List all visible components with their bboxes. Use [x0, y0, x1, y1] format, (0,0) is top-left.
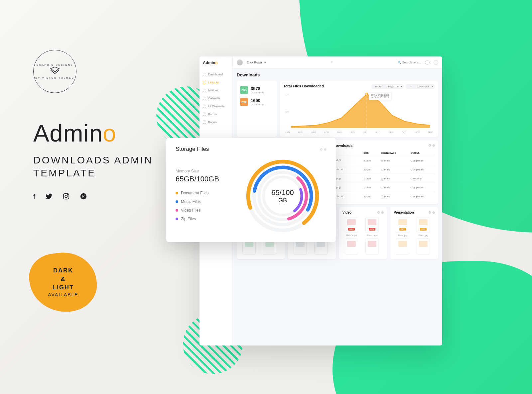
storage-ring-chart: 65/100 GB [239, 158, 327, 234]
nav-icon [203, 97, 206, 100]
sidebar-item-ui-elements[interactable]: UI Elements [200, 102, 232, 110]
gear-icon[interactable]: ⚙ ⊕ [428, 211, 435, 214]
legend-item: Zip Files [176, 215, 232, 223]
user-menu[interactable]: Erick Rowan ▾ [247, 61, 266, 64]
menu-toggle-icon[interactable]: ≡ [331, 60, 333, 64]
gear-icon[interactable]: ⚙ ⊕ [377, 211, 384, 214]
legend-item: Video Files [176, 206, 232, 215]
sidebar-item-forms[interactable]: Forms [200, 110, 232, 118]
twitter-icon[interactable] [45, 193, 53, 202]
pinterest-icon[interactable] [80, 193, 87, 202]
svg-point-7 [366, 93, 368, 95]
brand-logo: Admino [200, 56, 232, 69]
storage-files-card: Storage Files ⚙ ⊕ Memory Size 65GB/100GB… [166, 138, 336, 242]
legend-item: Music Files [176, 197, 232, 206]
svg-text:50K: 50K [285, 93, 289, 96]
nav-icon [203, 81, 206, 84]
nav-icon [203, 89, 206, 92]
file-item[interactable] [414, 239, 432, 256]
table-row[interactable]: Document .zip20MB62 FilesCompleted [320, 192, 435, 201]
notification-icon[interactable] [425, 60, 430, 65]
file-item[interactable]: MP4Files .mp4 [363, 217, 381, 237]
area-chart: 50K 20K [283, 89, 435, 129]
table-row[interactable]: Photo .jpeg1.5MB62 FilesCancelled [320, 174, 435, 183]
topbar: Erick Rowan ▾ ≡ 🔍 Search here... [233, 56, 442, 68]
nav-icon [203, 73, 206, 76]
svg-point-1 [65, 195, 67, 197]
add-icon[interactable]: ⊕ [324, 148, 327, 151]
svg-point-3 [80, 193, 86, 199]
sidebar-item-calendar[interactable]: Calendar [200, 94, 232, 102]
file-group-video: Video⚙ ⊕MP4Files .mp4MP4Files .mp4 [339, 207, 387, 259]
sidebar-item-dashboard[interactable]: Dashboard [200, 70, 232, 78]
promo-subtitle: DOWNLOADS ADMIN TEMPLATE [33, 153, 153, 179]
file-item[interactable] [363, 239, 381, 256]
table-row[interactable]: Document .zip20MB62 FilesCompleted [320, 165, 435, 174]
date-range[interactable]: From 11/9/2018 ▾ To 12/9/2019 ▾ [371, 84, 435, 89]
search-input[interactable]: 🔍 Search here... [398, 61, 421, 64]
nav-icon [203, 121, 206, 124]
chevron-down-icon: ▾ [264, 61, 266, 64]
sidebar-item-pages[interactable]: Pages [200, 118, 232, 126]
table-row[interactable]: Photo .jpeg1.5MB62 FilesCompleted [320, 183, 435, 192]
facebook-icon[interactable]: f [33, 193, 35, 202]
file-item[interactable]: MP4Files .mp4 [342, 217, 360, 237]
gear-icon[interactable]: ⚙ ⊕ [428, 144, 435, 148]
nav-icon [203, 113, 206, 116]
dark-light-badge: DARK & LIGHT AVAILABLE [30, 252, 96, 312]
chart-card: Total Files Downloaded From 11/9/2018 ▾ … [280, 81, 438, 137]
stat-card: PNG3578DocumentsHTML1690Documents [237, 81, 277, 137]
file-item[interactable] [342, 239, 360, 256]
promo-logo: Admino [33, 120, 153, 147]
file-item[interactable]: PPTFiles .jpg [394, 217, 412, 237]
gear-icon[interactable]: ⚙ [320, 148, 323, 151]
file-group-presentation: Presentation⚙ ⊕PPTFiles .jpgPPTFiles .jp… [390, 207, 438, 259]
svg-text:20K: 20K [285, 110, 289, 113]
recent-table: FILE NAMESIZEDOWNLOADSSTATUS Music .Mp35… [320, 150, 435, 201]
sidebar-item-mailbox[interactable]: Mailbox [200, 86, 232, 94]
instagram-icon[interactable] [63, 193, 70, 202]
file-type-icon: HTML [240, 98, 248, 106]
file-type-icon: PNG [240, 86, 248, 94]
avatar[interactable] [237, 59, 243, 65]
legend-item: Document Files [176, 189, 232, 197]
table-row[interactable]: Music .Mp35.2MB58 FilesCompleted [320, 156, 435, 165]
file-item[interactable]: PPTFiles .jpg [414, 217, 432, 237]
file-item[interactable] [394, 239, 412, 256]
page-title: Downloads [237, 72, 438, 77]
sidebar-item-layouts[interactable]: Layouts [200, 78, 232, 86]
chart-tooltip: 50K Downloaded on June 25, 2019 [369, 92, 391, 100]
nav-icon [203, 105, 206, 108]
svg-point-2 [67, 194, 68, 195]
settings-icon[interactable] [434, 60, 438, 65]
designer-badge: GRAPHIC DESIGNS BY VICTOR THEMES [33, 50, 76, 93]
